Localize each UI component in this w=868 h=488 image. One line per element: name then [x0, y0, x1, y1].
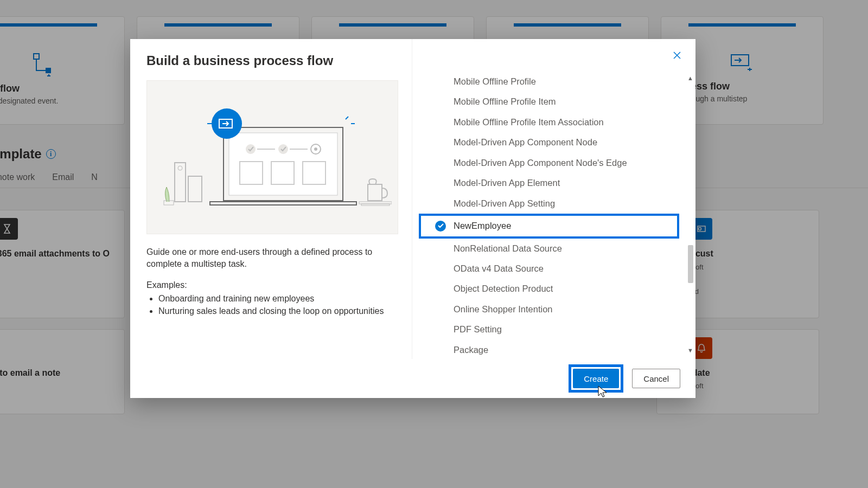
- dialog-title: Build a business process flow: [146, 53, 395, 68]
- list-item[interactable]: NonRelational Data Source: [412, 239, 695, 259]
- list-item[interactable]: Model-Driven App Component Node: [412, 132, 695, 152]
- scrollbar-thumb[interactable]: [688, 245, 693, 283]
- example-item: Nurturing sales leads and closing the lo…: [158, 305, 395, 317]
- svg-point-30: [178, 166, 182, 170]
- build-bpf-dialog: Build a business process flow: [130, 39, 695, 398]
- svg-point-15: [246, 144, 256, 154]
- svg-line-27: [346, 117, 348, 119]
- example-item: Onboarding and training new employees: [158, 292, 395, 305]
- svg-rect-34: [359, 202, 392, 204]
- list-item[interactable]: Package: [412, 340, 695, 359]
- list-item[interactable]: Model-Driven App Setting: [412, 194, 695, 214]
- bpf-illustration: [146, 80, 398, 234]
- list-item[interactable]: Mobile Offline Profile: [412, 72, 695, 92]
- svg-rect-31: [188, 176, 202, 202]
- list-item[interactable]: Mobile Offline Profile Item: [412, 92, 695, 112]
- entity-picker-panel: ▲ Mobile Offline Profile Mobile Offline …: [412, 39, 695, 359]
- entity-list[interactable]: Mobile Offline Profile Mobile Offline Pr…: [412, 72, 695, 359]
- create-button[interactable]: Create: [573, 369, 619, 388]
- cancel-button[interactable]: Cancel: [632, 369, 680, 388]
- svg-rect-14: [210, 202, 356, 205]
- svg-point-20: [314, 147, 317, 151]
- scrollbar[interactable]: [688, 82, 693, 346]
- dialog-description: Guide one or more end-users through a de…: [146, 246, 395, 271]
- svg-rect-29: [175, 163, 186, 202]
- selected-entity-label: NewEmployee: [454, 220, 511, 232]
- dialog-footer: Create Cancel: [130, 359, 695, 398]
- list-item[interactable]: Mobile Offline Profile Item Association: [412, 112, 695, 132]
- scroll-down-arrow[interactable]: ▼: [687, 347, 693, 354]
- svg-rect-35: [361, 204, 390, 206]
- dialog-left-panel: Build a business process flow: [130, 39, 412, 359]
- list-item-selected[interactable]: NewEmployee: [419, 214, 679, 238]
- list-item[interactable]: PDF Setting: [412, 319, 695, 339]
- list-item[interactable]: Model-Driven App Element: [412, 173, 695, 193]
- examples-label: Examples:: [146, 280, 395, 290]
- list-item[interactable]: Online Shopper Intention: [412, 299, 695, 319]
- list-item[interactable]: OData v4 Data Source: [412, 259, 695, 279]
- list-item[interactable]: Model-Driven App Component Node's Edge: [412, 153, 695, 173]
- list-item[interactable]: Object Detection Product: [412, 279, 695, 299]
- svg-point-17: [278, 144, 288, 154]
- check-icon: [435, 221, 446, 232]
- svg-rect-13: [229, 133, 337, 195]
- create-button-highlight: Create: [569, 364, 623, 393]
- examples-list: Onboarding and training new employees Nu…: [146, 292, 395, 317]
- svg-rect-33: [368, 184, 382, 201]
